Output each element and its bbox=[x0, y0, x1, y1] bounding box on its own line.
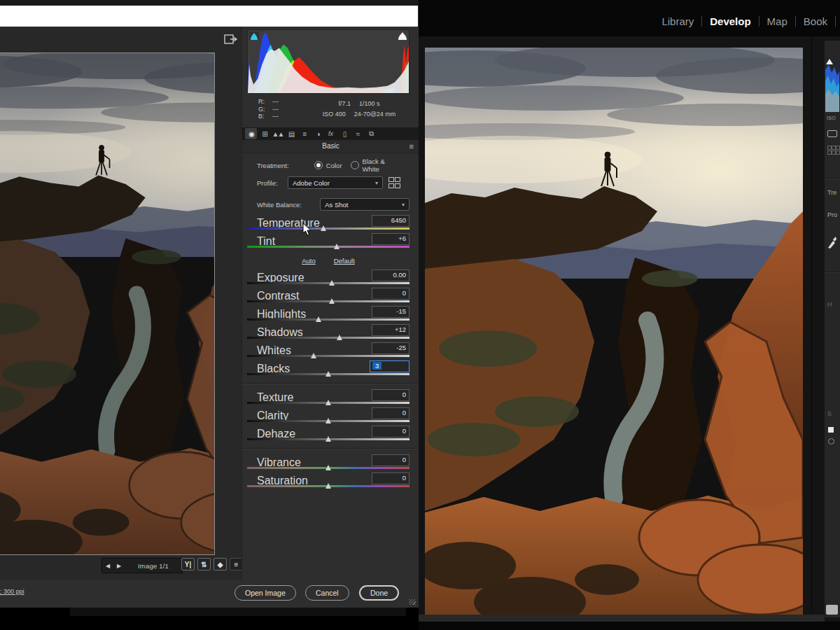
lr-toggle-fragment[interactable] bbox=[828, 438, 834, 444]
slider-thumb[interactable] bbox=[321, 225, 326, 231]
slider-thumb[interactable] bbox=[326, 371, 331, 377]
snapshots-tool-icon[interactable]: ◑ bbox=[312, 128, 323, 139]
slider-track[interactable] bbox=[247, 485, 410, 487]
slider-value-field[interactable]: 3 bbox=[370, 360, 410, 372]
white-balance-label: White Balance: bbox=[247, 201, 320, 209]
presets-tool-icon[interactable]: ⧉ bbox=[365, 128, 377, 139]
slider-value-field[interactable]: 0.00 bbox=[372, 270, 410, 281]
previous-image-icon[interactable]: ◀ bbox=[102, 563, 113, 569]
aperture-value: f/7.1 bbox=[338, 100, 351, 107]
lr-crop-tool-icon[interactable] bbox=[827, 130, 837, 137]
toggle-fullscreen-icon[interactable] bbox=[224, 34, 238, 45]
slider-value-field[interactable]: 0 bbox=[372, 288, 410, 300]
camera-raw-window: ◀ ▶ Image 1/1 Y|⇅◆≡ bbox=[0, 0, 419, 608]
slider-value-field[interactable]: +6 bbox=[372, 233, 410, 245]
slider-track[interactable] bbox=[247, 337, 410, 339]
lightroom-toolbar-strip bbox=[419, 615, 825, 622]
copy-settings-button[interactable]: ◆ bbox=[214, 558, 227, 570]
slider-row-saturation: Saturation0 bbox=[247, 472, 410, 491]
heal-tool-icon[interactable]: ▲▲ bbox=[272, 128, 284, 139]
lr-white-balance-eyedropper-icon[interactable] bbox=[827, 235, 837, 252]
slider-track[interactable] bbox=[247, 402, 410, 404]
histogram-panel[interactable] bbox=[247, 29, 410, 94]
swap-before-after-button[interactable]: ⇅ bbox=[197, 558, 211, 570]
slider-track[interactable] bbox=[247, 318, 410, 321]
slider-thumb[interactable] bbox=[329, 280, 335, 286]
filmstrip-tool-icon[interactable]: ▯ bbox=[338, 128, 350, 139]
profile-browser-icon[interactable] bbox=[388, 177, 400, 188]
slider-value-field[interactable]: -25 bbox=[372, 342, 410, 354]
lr-s-fragment: S bbox=[827, 410, 832, 417]
slider-thumb[interactable] bbox=[326, 418, 331, 424]
slider-value-field[interactable]: -15 bbox=[372, 306, 410, 318]
next-image-icon[interactable]: ▶ bbox=[113, 563, 125, 569]
profile-dropdown[interactable]: Adobe Color▾ bbox=[288, 176, 383, 189]
adjustments-tool-icon[interactable]: ≈ bbox=[351, 128, 363, 139]
slider-track[interactable] bbox=[247, 467, 410, 469]
lr-highlight-clipping-icon[interactable] bbox=[826, 59, 833, 64]
radio-unselected-icon[interactable] bbox=[351, 161, 359, 169]
image-counter: Image 1/1 bbox=[125, 562, 182, 570]
lr-histogram-fragment[interactable] bbox=[825, 57, 839, 112]
profile-label: Profile: bbox=[247, 179, 288, 187]
slider-thumb[interactable] bbox=[329, 298, 335, 304]
panel-menu-icon[interactable]: ≡ bbox=[410, 140, 414, 153]
treatment-bw-radio[interactable]: Black & White bbox=[351, 158, 401, 173]
slider-track[interactable] bbox=[247, 420, 410, 422]
slider-track[interactable] bbox=[247, 300, 410, 302]
workflow-options-link[interactable]: ; 300 ppi bbox=[0, 588, 24, 595]
before-after-toggle-button[interactable]: Y| bbox=[181, 558, 195, 570]
acr-preview-image[interactable] bbox=[0, 52, 215, 555]
slider-thumb[interactable] bbox=[311, 353, 316, 358]
lr-panel-scrollbar[interactable] bbox=[826, 605, 838, 615]
histogram-chart bbox=[248, 30, 409, 93]
slider-thumb[interactable] bbox=[326, 483, 331, 489]
slider-thumb[interactable] bbox=[334, 244, 340, 249]
lightroom-preview-image[interactable] bbox=[425, 48, 803, 616]
slider-value-field[interactable]: 0 bbox=[372, 472, 410, 484]
basic-panel-header[interactable]: Basic ≡ bbox=[242, 140, 419, 153]
slider-value-field[interactable]: 6450 bbox=[372, 215, 410, 227]
slider-track[interactable] bbox=[247, 355, 410, 357]
auto-link[interactable]: Auto bbox=[302, 257, 316, 265]
slider-track[interactable] bbox=[247, 438, 410, 440]
module-tab-library[interactable]: Library bbox=[662, 15, 694, 27]
lr-grid-icon[interactable] bbox=[827, 146, 839, 155]
treatment-color-radio[interactable]: Color bbox=[314, 161, 342, 169]
slider-track[interactable] bbox=[247, 282, 410, 284]
crop-tool-icon[interactable]: ⊞ bbox=[258, 128, 270, 139]
edit-tool-icon[interactable]: ◉ bbox=[245, 128, 257, 139]
lr-swatch-fragment[interactable] bbox=[828, 427, 834, 433]
slider-track[interactable] bbox=[247, 227, 410, 230]
slider-thumb[interactable] bbox=[316, 316, 321, 322]
slider-track[interactable] bbox=[247, 246, 410, 248]
slider-row-contrast: Contrast0 bbox=[247, 288, 410, 306]
panel-divider bbox=[242, 383, 419, 384]
module-tab-book[interactable]: Book bbox=[804, 15, 827, 27]
slider-value-field[interactable]: 0 bbox=[372, 454, 410, 466]
module-tab-map[interactable]: Map bbox=[767, 15, 788, 27]
module-separator bbox=[701, 16, 702, 27]
lr-treatment-fragment: Tre bbox=[827, 189, 836, 196]
slider-value-field[interactable]: 0 bbox=[372, 407, 410, 419]
slider-track[interactable] bbox=[247, 373, 410, 375]
slider-value-field[interactable]: 0 bbox=[372, 426, 410, 438]
slider-value-field[interactable]: +12 bbox=[372, 324, 410, 336]
module-tab-develop[interactable]: Develop bbox=[710, 15, 750, 27]
slider-thumb[interactable] bbox=[326, 436, 331, 442]
radio-selected-icon[interactable] bbox=[314, 161, 323, 169]
resize-grip[interactable] bbox=[409, 599, 416, 605]
slider-value-field[interactable]: 0 bbox=[372, 389, 410, 401]
white-balance-dropdown[interactable]: As Shot▾ bbox=[320, 198, 410, 211]
cancel-button[interactable]: Cancel bbox=[305, 585, 349, 601]
open-image-button[interactable]: Open Image bbox=[234, 585, 296, 601]
masking-tool-icon[interactable]: ▤ bbox=[285, 128, 297, 139]
slider-thumb[interactable] bbox=[337, 335, 342, 340]
slider-thumb[interactable] bbox=[326, 465, 331, 470]
slider-thumb[interactable] bbox=[326, 400, 331, 405]
done-button[interactable]: Done bbox=[359, 585, 399, 601]
canyon-photo-rendering bbox=[425, 48, 803, 616]
default-link[interactable]: Default bbox=[334, 257, 355, 265]
effects-tool-icon[interactable]: fx bbox=[325, 128, 337, 139]
redeye-tool-icon[interactable]: ≡ bbox=[298, 128, 310, 139]
